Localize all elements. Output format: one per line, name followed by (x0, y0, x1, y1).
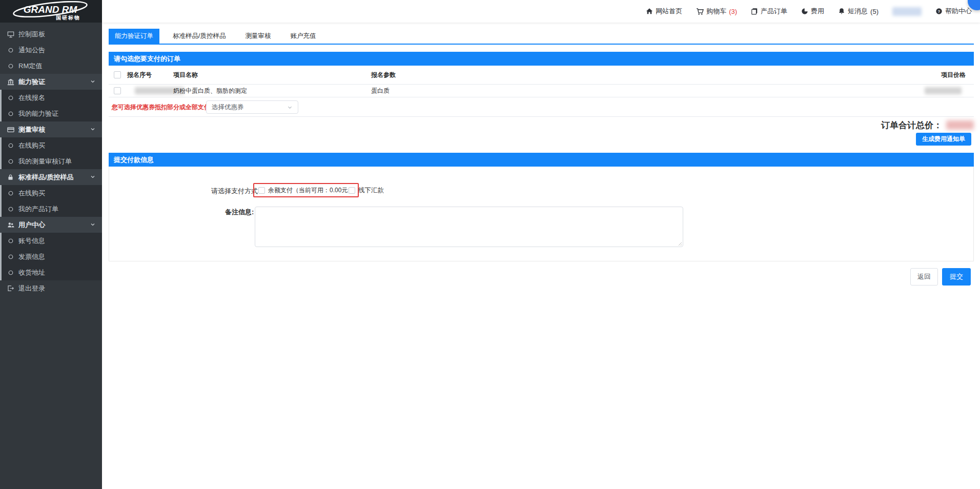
message-count-badge: (5) (870, 8, 879, 15)
logout-icon (7, 284, 14, 292)
card-icon (7, 126, 14, 133)
bell-icon (838, 8, 845, 15)
fee-icon (801, 8, 808, 15)
order-section-header: 请勾选您要支付的订单 (109, 52, 974, 66)
remark-label: 备注信息: (225, 208, 254, 217)
circle-icon (7, 189, 14, 197)
circle-icon (7, 94, 14, 101)
sidebar-group-samples[interactable]: 标准样品/质控样品 (0, 169, 102, 185)
chevron-down-icon (90, 174, 96, 180)
nav-help-center[interactable]: ? 帮助中心 (935, 7, 972, 16)
tab-standard-samples[interactable]: 标准样品/质控样品 (167, 29, 232, 44)
coupon-select-placeholder: 选择优惠券 (212, 103, 244, 112)
nav-item-label: 帮助中心 (945, 7, 972, 16)
balance-pay-checkbox[interactable] (258, 187, 265, 194)
circle-icon (7, 141, 14, 149)
sidebar-menu: 控制面板 通知公告 RM定值 能力验证 在线报名 我的能力验证 测量审 (0, 26, 102, 296)
circle-icon (7, 237, 14, 244)
nav-cart[interactable]: 购物车(3) (696, 7, 737, 16)
chevron-down-icon (90, 221, 96, 228)
sidebar-item-notices[interactable]: 通知公告 (0, 42, 102, 58)
home-icon (646, 8, 653, 15)
circle-icon (7, 62, 14, 70)
footer-buttons: 返回 提交 (910, 268, 971, 286)
tab-capability-orders[interactable]: 能力验证订单 (109, 29, 159, 44)
coupon-select[interactable]: 选择优惠券 (206, 100, 298, 114)
order-table: 报名序号 项目名称 报名参数 项目价格 奶粉中蛋白质、脂肪的测定 蛋白质 您可选… (109, 66, 974, 117)
sidebar-item-my-product-orders[interactable]: 我的产品订单 (0, 201, 102, 217)
col-param: 报名参数 (371, 71, 396, 79)
help-icon: ? (935, 8, 943, 15)
cart-icon (696, 8, 704, 15)
balance-pay-label: 余额支付（当前可用：0.00元） (268, 186, 354, 195)
col-project-name: 项目名称 (173, 71, 198, 79)
sidebar-group-capability[interactable]: 能力验证 (0, 74, 102, 90)
order-total: 订单合计总价： (881, 118, 974, 132)
nav-item-label: 费用 (811, 7, 824, 16)
remark-textarea[interactable] (255, 207, 683, 247)
logo-sub-text: 国研标物 (56, 15, 80, 21)
circle-icon (7, 110, 14, 117)
chevron-down-icon (90, 126, 96, 132)
sidebar-item-my-capability[interactable]: 我的能力验证 (0, 106, 102, 121)
row-checkbox[interactable] (114, 87, 121, 94)
sidebar-item-label: 控制面板 (18, 30, 45, 39)
nav-site-home[interactable]: 网站首页 (646, 7, 682, 16)
submit-button[interactable]: 提交 (942, 268, 971, 286)
nav-username[interactable] (892, 7, 922, 16)
sidebar-item-shipping-address[interactable]: 收货地址 (0, 264, 102, 280)
svg-text:?: ? (938, 9, 941, 14)
select-all-checkbox[interactable] (114, 71, 121, 78)
sidebar-item-label: RM定值 (18, 62, 42, 71)
sidebar-item-label: 我的测量审核订单 (18, 157, 72, 166)
nav-messages[interactable]: 短消息(5) (838, 7, 879, 16)
sidebar-item-dashboard[interactable]: 控制面板 (0, 26, 102, 42)
sidebar-item-my-audit-orders[interactable]: 我的测量审核订单 (0, 153, 102, 169)
nav-product-orders[interactable]: 产品订单 (751, 7, 787, 16)
main-content: 能力验证订单 标准样品/质控样品 测量审核 账户充值 请勾选您要支付的订单 报名… (102, 23, 980, 489)
circle-icon (7, 46, 14, 54)
tab-measure-audit[interactable]: 测量审核 (239, 29, 277, 44)
generate-fee-notice-button[interactable]: 生成费用通知单 (916, 133, 971, 146)
sidebar-item-label: 退出登录 (18, 284, 45, 293)
top-nav: 网站首页 购物车(3) 产品订单 费用 短消息(5) ? 帮助中心 (646, 0, 972, 23)
tab-bar: 能力验证订单 标准样品/质控样品 测量审核 账户充值 (109, 29, 974, 45)
sidebar-item-online-signup[interactable]: 在线报名 (0, 90, 102, 106)
nav-fees[interactable]: 费用 (801, 7, 824, 16)
circle-icon (7, 205, 14, 213)
sidebar-item-label: 我的能力验证 (18, 109, 58, 118)
username-redacted (892, 7, 922, 16)
table-row: 奶粉中蛋白质、脂肪的测定 蛋白质 (109, 85, 974, 97)
sidebar-group-measure-audit[interactable]: 测量审核 (0, 121, 102, 137)
sidebar-item-online-buy-sample[interactable]: 在线购买 (0, 185, 102, 201)
logo[interactable]: GRAND RM 国研标物 (0, 0, 102, 23)
offline-pay-label: 线下汇款 (358, 186, 384, 195)
chevron-down-icon (287, 105, 293, 110)
sidebar-item-account-info[interactable]: 账号信息 (0, 233, 102, 249)
payment-method-label: 请选择支付方式 (211, 187, 258, 196)
sidebar-item-rm-value[interactable]: RM定值 (0, 58, 102, 74)
balance-pay-option-highlighted[interactable]: 余额支付（当前可用：0.00元） (253, 183, 359, 197)
nav-item-label: 产品订单 (761, 7, 787, 16)
sidebar-item-online-buy-audit[interactable]: 在线购买 (0, 137, 102, 153)
remark-textarea-wrap (255, 207, 683, 247)
nav-item-label: 网站首页 (656, 7, 682, 16)
order-total-redacted (946, 120, 974, 130)
sidebar-item-label: 测量审核 (18, 125, 45, 134)
logo-brand-text: GRAND RM (23, 4, 77, 15)
sidebar-item-invoice-info[interactable]: 发票信息 (0, 249, 102, 264)
tab-account-recharge[interactable]: 账户充值 (284, 29, 322, 44)
payment-panel: 请选择支付方式 余额支付（当前可用：0.00元） 线下汇款 备注信息: (109, 167, 974, 261)
col-serial: 报名序号 (127, 71, 152, 79)
sidebar-group-user-center[interactable]: 用户中心 (0, 217, 102, 233)
offline-pay-option[interactable]: 线下汇款 (349, 186, 384, 195)
offline-pay-checkbox[interactable] (349, 187, 355, 194)
sidebar-item-logout[interactable]: 退出登录 (0, 280, 102, 296)
cart-count-badge: (3) (729, 8, 737, 15)
circle-icon (7, 269, 14, 276)
back-button[interactable]: 返回 (910, 268, 938, 286)
sidebar-item-label: 在线购买 (18, 141, 45, 150)
sidebar-item-label: 标准样品/质控样品 (18, 173, 74, 182)
table-header-row: 报名序号 项目名称 报名参数 项目价格 (109, 66, 974, 85)
order-total-label: 订单合计总价： (881, 119, 942, 131)
